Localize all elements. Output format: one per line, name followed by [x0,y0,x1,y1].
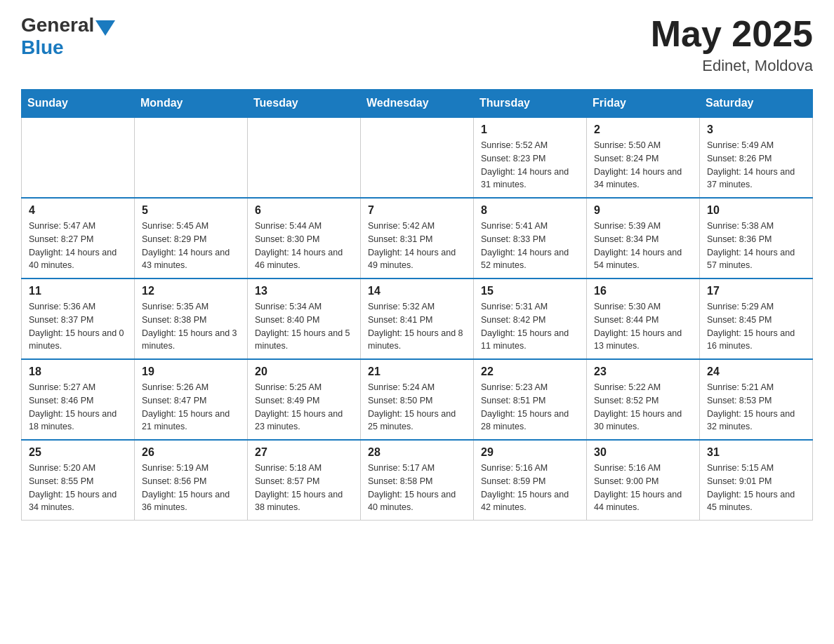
calendar-cell [22,117,135,198]
day-number: 21 [368,365,466,378]
day-number: 24 [707,365,805,378]
day-info: Sunrise: 5:49 AMSunset: 8:26 PMDaylight:… [707,139,805,192]
day-number: 26 [142,446,240,459]
day-info: Sunrise: 5:36 AMSunset: 8:37 PMDaylight:… [29,300,127,353]
day-number: 30 [594,446,692,459]
day-number: 14 [368,285,466,297]
calendar-cell: 8Sunrise: 5:41 AMSunset: 8:33 PMDaylight… [474,198,587,279]
weekday-header-row: SundayMondayTuesdayWednesdayThursdayFrid… [22,90,813,118]
calendar-cell: 1Sunrise: 5:52 AMSunset: 8:23 PMDaylight… [474,117,587,198]
day-number: 9 [594,204,692,217]
day-info: Sunrise: 5:47 AMSunset: 8:27 PMDaylight:… [29,220,127,272]
day-info: Sunrise: 5:18 AMSunset: 8:57 PMDaylight:… [255,462,353,514]
calendar-cell: 15Sunrise: 5:31 AMSunset: 8:42 PMDayligh… [474,279,587,359]
day-number: 22 [481,365,579,378]
calendar-cell [135,117,248,198]
day-info: Sunrise: 5:41 AMSunset: 8:33 PMDaylight:… [481,220,579,272]
calendar-cell: 10Sunrise: 5:38 AMSunset: 8:36 PMDayligh… [700,198,813,279]
day-number: 10 [707,204,805,217]
day-info: Sunrise: 5:23 AMSunset: 8:51 PMDaylight:… [481,381,579,434]
calendar-cell: 23Sunrise: 5:22 AMSunset: 8:52 PMDayligh… [587,359,700,440]
calendar-cell: 22Sunrise: 5:23 AMSunset: 8:51 PMDayligh… [474,359,587,440]
day-number: 16 [594,285,692,297]
day-number: 2 [594,123,692,136]
calendar-cell: 11Sunrise: 5:36 AMSunset: 8:37 PMDayligh… [22,279,135,359]
day-number: 29 [481,446,579,459]
calendar-cell [248,117,361,198]
calendar-cell [361,117,474,198]
day-number: 12 [142,285,240,297]
calendar-cell: 12Sunrise: 5:35 AMSunset: 8:38 PMDayligh… [135,279,248,359]
calendar-cell: 25Sunrise: 5:20 AMSunset: 8:55 PMDayligh… [22,440,135,521]
day-info: Sunrise: 5:25 AMSunset: 8:49 PMDaylight:… [255,381,353,434]
day-number: 1 [481,123,579,136]
day-number: 7 [368,204,466,217]
day-info: Sunrise: 5:16 AMSunset: 9:00 PMDaylight:… [594,462,692,514]
day-info: Sunrise: 5:38 AMSunset: 8:36 PMDaylight:… [707,220,805,272]
day-info: Sunrise: 5:19 AMSunset: 8:56 PMDaylight:… [142,462,240,514]
calendar-cell: 24Sunrise: 5:21 AMSunset: 8:53 PMDayligh… [700,359,813,440]
logo: General Blue [21,14,115,59]
weekday-header-thursday: Thursday [474,90,587,118]
week-row-3: 11Sunrise: 5:36 AMSunset: 8:37 PMDayligh… [22,279,813,359]
calendar-cell: 17Sunrise: 5:29 AMSunset: 8:45 PMDayligh… [700,279,813,359]
day-number: 17 [707,285,805,297]
day-info: Sunrise: 5:17 AMSunset: 8:58 PMDaylight:… [368,462,466,514]
day-number: 3 [707,123,805,136]
day-info: Sunrise: 5:27 AMSunset: 8:46 PMDaylight:… [29,381,127,434]
calendar-cell: 13Sunrise: 5:34 AMSunset: 8:40 PMDayligh… [248,279,361,359]
calendar-cell: 18Sunrise: 5:27 AMSunset: 8:46 PMDayligh… [22,359,135,440]
day-number: 13 [255,285,353,297]
day-info: Sunrise: 5:45 AMSunset: 8:29 PMDaylight:… [142,220,240,272]
day-number: 23 [594,365,692,378]
day-number: 15 [481,285,579,297]
day-info: Sunrise: 5:30 AMSunset: 8:44 PMDaylight:… [594,300,692,353]
day-number: 6 [255,204,353,217]
calendar-table: SundayMondayTuesdayWednesdayThursdayFrid… [21,89,813,521]
weekday-header-tuesday: Tuesday [248,90,361,118]
week-row-1: 1Sunrise: 5:52 AMSunset: 8:23 PMDaylight… [22,117,813,198]
calendar-cell: 19Sunrise: 5:26 AMSunset: 8:47 PMDayligh… [135,359,248,440]
week-row-4: 18Sunrise: 5:27 AMSunset: 8:46 PMDayligh… [22,359,813,440]
calendar-cell: 27Sunrise: 5:18 AMSunset: 8:57 PMDayligh… [248,440,361,521]
day-number: 31 [707,446,805,459]
header: General Blue May 2025 Edinet, Moldova [21,14,813,75]
calendar-cell: 3Sunrise: 5:49 AMSunset: 8:26 PMDaylight… [700,117,813,198]
calendar-cell: 29Sunrise: 5:16 AMSunset: 8:59 PMDayligh… [474,440,587,521]
day-info: Sunrise: 5:35 AMSunset: 8:38 PMDaylight:… [142,300,240,353]
day-number: 8 [481,204,579,217]
day-info: Sunrise: 5:20 AMSunset: 8:55 PMDaylight:… [29,462,127,514]
day-info: Sunrise: 5:15 AMSunset: 9:01 PMDaylight:… [707,462,805,514]
day-number: 18 [29,365,127,378]
day-number: 25 [29,446,127,459]
calendar-cell: 16Sunrise: 5:30 AMSunset: 8:44 PMDayligh… [587,279,700,359]
day-number: 20 [255,365,353,378]
day-number: 27 [255,446,353,459]
day-info: Sunrise: 5:16 AMSunset: 8:59 PMDaylight:… [481,462,579,514]
calendar-cell: 28Sunrise: 5:17 AMSunset: 8:58 PMDayligh… [361,440,474,521]
day-number: 11 [29,285,127,297]
day-info: Sunrise: 5:34 AMSunset: 8:40 PMDaylight:… [255,300,353,353]
day-info: Sunrise: 5:29 AMSunset: 8:45 PMDaylight:… [707,300,805,353]
day-number: 4 [29,204,127,217]
day-info: Sunrise: 5:32 AMSunset: 8:41 PMDaylight:… [368,300,466,353]
calendar-cell: 31Sunrise: 5:15 AMSunset: 9:01 PMDayligh… [700,440,813,521]
day-info: Sunrise: 5:26 AMSunset: 8:47 PMDaylight:… [142,381,240,434]
day-info: Sunrise: 5:52 AMSunset: 8:23 PMDaylight:… [481,139,579,192]
week-row-2: 4Sunrise: 5:47 AMSunset: 8:27 PMDaylight… [22,198,813,279]
calendar-cell: 9Sunrise: 5:39 AMSunset: 8:34 PMDaylight… [587,198,700,279]
weekday-header-saturday: Saturday [700,90,813,118]
day-number: 28 [368,446,466,459]
calendar-cell: 20Sunrise: 5:25 AMSunset: 8:49 PMDayligh… [248,359,361,440]
month-year-title: May 2025 [651,14,813,54]
logo-blue-text: Blue [21,36,115,59]
calendar-cell: 5Sunrise: 5:45 AMSunset: 8:29 PMDaylight… [135,198,248,279]
calendar-cell: 7Sunrise: 5:42 AMSunset: 8:31 PMDaylight… [361,198,474,279]
day-info: Sunrise: 5:50 AMSunset: 8:24 PMDaylight:… [594,139,692,192]
weekday-header-friday: Friday [587,90,700,118]
day-info: Sunrise: 5:21 AMSunset: 8:53 PMDaylight:… [707,381,805,434]
day-info: Sunrise: 5:39 AMSunset: 8:34 PMDaylight:… [594,220,692,272]
weekday-header-wednesday: Wednesday [361,90,474,118]
weekday-header-sunday: Sunday [22,90,135,118]
day-number: 19 [142,365,240,378]
